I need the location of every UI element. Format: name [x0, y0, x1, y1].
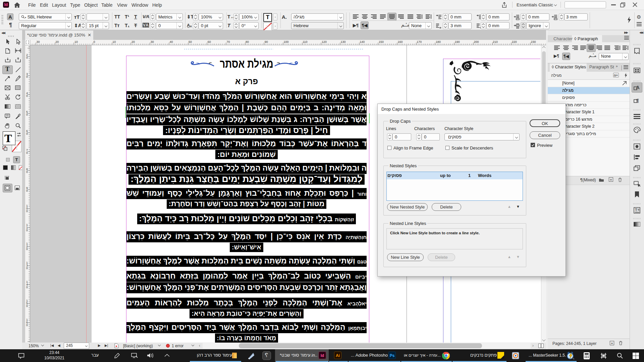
svg-text:T: T — [266, 24, 269, 30]
svg-text:A: A — [636, 84, 640, 90]
svg-text:¶: ¶ — [636, 98, 639, 103]
svg-text:T: T — [635, 208, 637, 212]
